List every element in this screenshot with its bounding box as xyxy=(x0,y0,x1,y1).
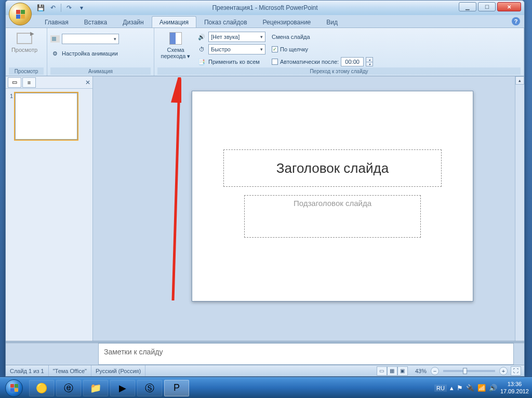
status-language[interactable]: Русский (Россия) xyxy=(91,365,145,376)
maximize-button[interactable] xyxy=(478,2,496,11)
qat-undo-button[interactable]: ↶ xyxy=(48,3,58,12)
auto-after-label: Автоматически после: xyxy=(280,59,339,65)
preview-label: Просмотр xyxy=(11,47,37,53)
animation-settings-label: Настройка анимации xyxy=(62,50,118,57)
view-normal-button[interactable]: ▭ xyxy=(377,366,387,376)
ribbon-tabs: Главная Вставка Дизайн Анимация Показ сл… xyxy=(6,15,524,28)
apply-all-icon: 📑 xyxy=(197,57,206,66)
subtitle-placeholder[interactable]: Подзаголовок слайда xyxy=(244,195,421,238)
close-button[interactable] xyxy=(497,2,521,11)
taskbar-mediaplayer[interactable]: ▶ xyxy=(110,380,135,396)
ribbon-group-transition: Схема перехода ▾ 🔊 [Нет звука] ⏱ Быстро … xyxy=(154,28,524,76)
notes-input[interactable]: Заметки к слайду xyxy=(98,343,514,365)
time-spinner[interactable]: ▴▾ xyxy=(366,57,373,66)
start-button[interactable] xyxy=(0,378,28,399)
on-click-checkbox[interactable]: ✓ xyxy=(272,46,278,52)
ribbon-group-preview: Просмотр Просмотр xyxy=(6,28,47,76)
qat-redo-button[interactable]: ↷ xyxy=(64,3,74,12)
auto-after-time[interactable]: 00:00 xyxy=(341,57,364,66)
outline-tab[interactable]: ≡ xyxy=(22,77,36,88)
view-slideshow-button[interactable]: ▣ xyxy=(397,366,408,376)
tab-design[interactable]: Дизайн xyxy=(115,16,151,28)
gear-icon: ⚙ xyxy=(50,49,60,58)
fit-to-window-button[interactable]: ⛶ xyxy=(511,366,521,376)
help-button[interactable]: ? xyxy=(512,17,520,25)
tray-volume-icon[interactable]: 🔊 xyxy=(489,384,497,392)
quick-access-toolbar: 💾 ↶ ↷ ▾ xyxy=(36,3,86,12)
ribbon: Просмотр Просмотр ⚙ Настройка анимации xyxy=(6,28,524,76)
transition-speed-combo[interactable]: Быстро xyxy=(208,44,265,54)
qat-customize-button[interactable]: ▾ xyxy=(77,3,86,12)
sound-icon: 🔊 xyxy=(197,32,206,42)
slides-tab[interactable]: ▭ xyxy=(8,77,21,88)
tray-date: 17.09.2012 xyxy=(500,388,529,395)
system-tray: RU ▴ ⚑ 🔌 📶 🔊 13:36 17.09.2012 xyxy=(434,381,532,394)
speed-icon: ⏱ xyxy=(197,45,206,54)
animate-gallery[interactable] xyxy=(50,33,119,45)
animation-settings-button[interactable]: ⚙ Настройка анимации xyxy=(50,48,118,59)
status-slide: Слайд 1 из 1 xyxy=(6,365,49,376)
transition-sound-combo[interactable]: [Нет звука] xyxy=(208,32,265,42)
qat-save-button[interactable]: 💾 xyxy=(36,3,45,12)
status-theme: "Тема Office" xyxy=(49,365,91,376)
notes-pane: Заметки к слайду xyxy=(6,343,524,365)
preview-icon xyxy=(16,31,33,46)
tab-review[interactable]: Рецензирование xyxy=(255,16,319,28)
tray-flag-icon[interactable]: ⚑ xyxy=(457,384,463,392)
tab-view[interactable]: Вид xyxy=(318,16,345,28)
thumb-preview[interactable] xyxy=(15,93,77,140)
tray-language[interactable]: RU xyxy=(434,385,447,392)
animate-combo[interactable] xyxy=(62,34,119,44)
taskbar-chrome[interactable]: 🟡 xyxy=(29,380,54,396)
title-placeholder[interactable]: Заголовок слайда xyxy=(223,149,442,187)
auto-after-row[interactable]: Автоматически после: 00:00 ▴▾ xyxy=(272,56,373,67)
taskbar-explorer[interactable]: 📁 xyxy=(83,380,108,396)
taskbar-powerpoint[interactable]: P xyxy=(164,380,189,396)
tray-clock[interactable]: 13:36 17.09.2012 xyxy=(500,381,529,394)
ribbon-group-animation: ⚙ Настройка анимации Анимация xyxy=(47,28,154,76)
preview-button[interactable]: Просмотр xyxy=(9,30,40,54)
tray-power-icon[interactable]: 🔌 xyxy=(466,384,474,392)
tab-insert[interactable]: Вставка xyxy=(76,16,115,28)
scheme-icon xyxy=(167,31,184,46)
office-button[interactable] xyxy=(9,3,32,25)
panel-close-button[interactable]: ✕ xyxy=(85,79,90,86)
transition-scheme-button[interactable]: Схема перехода ▾ xyxy=(157,30,194,61)
slide-canvas[interactable]: Заголовок слайда Подзаголовок слайда xyxy=(192,91,473,301)
vertical-scrollbar[interactable]: ▴ ▾ xyxy=(515,76,524,365)
tab-animation[interactable]: Анимация xyxy=(152,16,196,28)
zoom-knob[interactable] xyxy=(463,368,467,374)
group-animation-label: Анимация xyxy=(50,67,151,75)
apply-all-label: Применить ко всем xyxy=(208,59,260,65)
taskbar-skype[interactable]: Ⓢ xyxy=(137,380,162,396)
taskbar: 🟡 ⓔ 📁 ▶ Ⓢ P RU ▴ ⚑ 🔌 📶 🔊 13:36 17.09.201… xyxy=(0,377,532,398)
zoom-in-button[interactable]: + xyxy=(499,367,508,375)
tab-slideshow[interactable]: Показ слайдов xyxy=(196,16,255,28)
view-sorter-button[interactable]: ▦ xyxy=(387,366,397,376)
thumb-number: 1 xyxy=(10,93,13,140)
on-click-checkbox-row[interactable]: ✓ По щелчку xyxy=(272,44,373,55)
tray-time: 13:36 xyxy=(500,381,529,388)
taskbar-ie[interactable]: ⓔ xyxy=(56,380,81,396)
zoom-out-button[interactable]: − xyxy=(431,367,439,375)
tab-home[interactable]: Главная xyxy=(37,16,76,28)
zoom-percent[interactable]: 43% xyxy=(411,365,431,376)
title-placeholder-text: Заголовок слайда xyxy=(276,160,389,176)
statusbar: Слайд 1 из 1 "Тема Office" Русский (Росс… xyxy=(6,365,524,376)
separator xyxy=(61,4,61,12)
titlebar: 💾 ↶ ↷ ▾ Презентация1 - Microsoft PowerPo… xyxy=(6,1,524,15)
workspace: ▭ ≡ ✕ 1 Заголовок слайда xyxy=(6,76,524,365)
slide-editor[interactable]: Заголовок слайда Подзаголовок слайда xyxy=(93,76,515,365)
apply-to-all-button[interactable]: 📑 Применить ко всем xyxy=(197,56,265,67)
tray-show-hidden-icon[interactable]: ▴ xyxy=(450,384,454,392)
auto-after-checkbox[interactable] xyxy=(272,59,278,65)
zoom-slider[interactable] xyxy=(443,370,495,372)
tray-network-icon[interactable]: 📶 xyxy=(477,384,486,392)
slide-thumbnail-1[interactable]: 1 xyxy=(10,93,88,140)
group-preview-label: Просмотр xyxy=(9,67,44,75)
on-click-label: По щелчку xyxy=(280,46,308,52)
minimize-button[interactable] xyxy=(459,2,476,11)
powerpoint-window: 💾 ↶ ↷ ▾ Презентация1 - Microsoft PowerPo… xyxy=(5,0,525,377)
scroll-up-button[interactable]: ▴ xyxy=(515,76,524,85)
slides-panel: ▭ ≡ ✕ 1 xyxy=(6,76,93,365)
